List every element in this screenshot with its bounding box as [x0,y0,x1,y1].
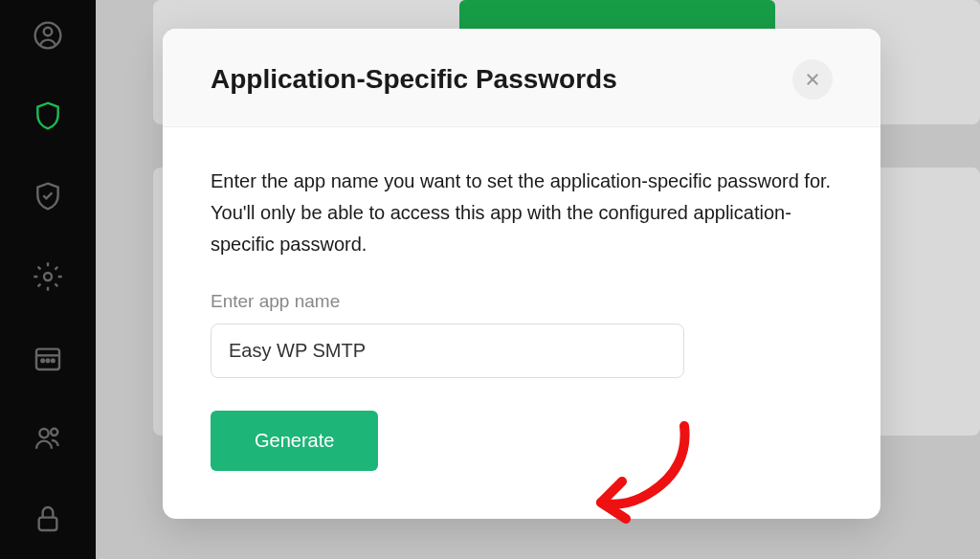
sidebar-item-security[interactable] [0,76,96,156]
svg-point-5 [41,359,44,362]
lock-icon [33,503,63,534]
calendar-icon [33,343,63,373]
close-icon [804,71,821,88]
user-circle-icon [33,20,63,51]
sidebar-item-lock[interactable] [0,479,96,559]
shield-icon [33,101,63,131]
modal-header: Application-Specific Passwords [163,29,880,127]
generate-button[interactable]: Generate [211,411,378,471]
svg-point-2 [44,273,52,280]
svg-point-8 [39,429,48,437]
app-name-input[interactable] [211,324,684,378]
sidebar-item-security-check[interactable] [0,156,96,236]
sidebar [0,0,96,559]
sidebar-item-profile[interactable] [0,0,96,76]
sidebar-item-people[interactable] [0,398,96,479]
svg-point-1 [44,28,53,36]
app-password-modal: Application-Specific Passwords Enter the… [163,29,880,519]
svg-point-7 [52,359,55,362]
sidebar-item-settings[interactable] [0,236,96,317]
svg-rect-10 [39,518,57,530]
modal-title: Application-Specific Passwords [211,64,617,95]
modal-description: Enter the app name you want to set the a… [211,166,833,260]
svg-point-9 [51,428,57,435]
modal-body: Enter the app name you want to set the a… [163,127,880,519]
close-button[interactable] [792,59,833,100]
sidebar-item-calendar[interactable] [0,318,96,398]
app-name-label: Enter app name [211,291,833,312]
shield-check-icon [33,181,63,212]
gear-icon [33,261,63,292]
people-icon [33,423,63,454]
svg-point-6 [47,359,50,362]
